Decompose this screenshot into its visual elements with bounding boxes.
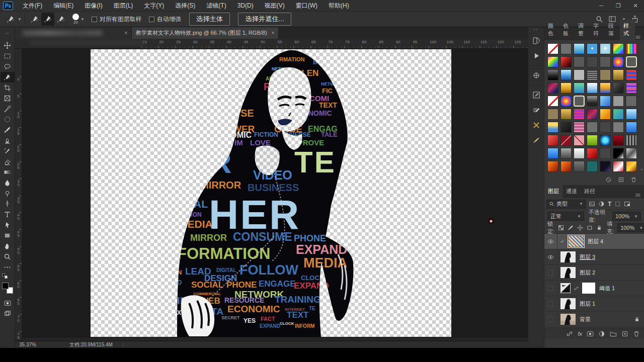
brush-tool[interactable] (1, 125, 15, 135)
style-swatch[interactable] (626, 82, 637, 94)
tool-preset-icon[interactable] (4, 13, 17, 26)
lasso-tool[interactable] (1, 61, 15, 72)
close-button[interactable]: ✕ (627, 0, 644, 12)
style-swatch[interactable] (547, 69, 558, 80)
style-swatch[interactable] (626, 96, 637, 107)
panel-tab-颜色[interactable]: 颜色 (544, 20, 559, 40)
style-swatch[interactable] (574, 96, 585, 107)
healing-tool[interactable] (1, 114, 15, 125)
visibility-toggle-empty[interactable] (544, 281, 557, 296)
lock-artboard-icon[interactable] (587, 225, 593, 231)
style-swatch[interactable] (626, 69, 637, 80)
style-swatch[interactable] (626, 161, 637, 172)
style-swatch[interactable] (574, 135, 585, 146)
layer-row-背景[interactable]: 背景 (544, 312, 644, 327)
eyedropper-tool[interactable] (1, 104, 15, 114)
horizontal-scrollbar[interactable] (22, 337, 528, 341)
hand-tool[interactable] (1, 241, 15, 251)
style-swatch[interactable] (613, 43, 624, 54)
layer-filter-type[interactable]: 类型 ▼ (546, 200, 586, 209)
layer-thumbnail[interactable] (560, 298, 576, 309)
minimize-button[interactable]: ─ (593, 0, 610, 12)
type-tool[interactable] (1, 209, 15, 220)
menu-item[interactable]: 滤镜(T) (201, 0, 231, 12)
menu-item[interactable]: 选择(S) (170, 0, 201, 12)
foreground-background-colors[interactable] (2, 283, 13, 294)
ellipsis-tool[interactable] (1, 262, 15, 273)
screen-mode-button[interactable] (1, 308, 15, 319)
style-swatch[interactable] (587, 148, 598, 159)
quickselect-add-button[interactable] (41, 13, 54, 26)
style-swatch[interactable] (547, 135, 558, 146)
visibility-eye-icon[interactable] (544, 234, 557, 249)
frame-tool[interactable] (1, 93, 15, 104)
delete-layer-icon[interactable] (633, 330, 640, 337)
style-swatch[interactable] (613, 122, 624, 133)
style-swatch[interactable] (587, 69, 598, 80)
shape-tool[interactable] (1, 230, 15, 241)
style-swatch[interactable] (574, 69, 585, 80)
style-swatch[interactable] (587, 122, 598, 133)
styles-panel-menu-icon[interactable] (635, 34, 641, 40)
style-swatch[interactable] (547, 161, 558, 172)
style-swatch[interactable] (613, 82, 624, 94)
photoshop-logo[interactable]: Ps (3, 2, 13, 10)
style-swatch[interactable] (574, 56, 585, 67)
style-swatch[interactable] (626, 148, 637, 159)
lock-all-icon[interactable] (596, 225, 602, 231)
filter-pixel-icon[interactable] (589, 201, 595, 207)
style-swatch[interactable] (547, 82, 558, 94)
menu-item[interactable]: 图像(I) (79, 0, 108, 12)
style-swatch[interactable] (600, 56, 611, 67)
gradient-tool[interactable] (1, 167, 15, 177)
layer-thumbnail[interactable] (560, 267, 576, 278)
style-swatch[interactable] (574, 43, 585, 54)
chevron-down-icon[interactable]: ▼ (80, 17, 85, 22)
crop-tool[interactable] (1, 82, 15, 93)
layer-name[interactable]: 图层 3 (580, 253, 595, 261)
close-icon[interactable]: × (272, 30, 275, 36)
new-style-icon[interactable] (618, 176, 624, 183)
brush-size-picker[interactable]: 20 (72, 14, 79, 25)
style-swatch[interactable] (613, 69, 624, 80)
swap-colors-icon[interactable] (2, 274, 9, 280)
auto-enhance-checkbox[interactable]: 自动增强 (149, 15, 181, 24)
layers-panel-menu-icon[interactable] (635, 192, 641, 198)
panel-tab-路径[interactable]: 路径 (581, 185, 599, 198)
dodge-tool[interactable] (1, 188, 15, 199)
style-swatch[interactable] (560, 161, 572, 172)
blur-tool[interactable] (1, 177, 15, 188)
style-swatch[interactable] (626, 122, 637, 133)
style-swatch[interactable] (560, 56, 572, 67)
select-subject-button[interactable]: 选择主体 (189, 13, 230, 26)
menu-item[interactable]: 文字(Y) (138, 0, 170, 12)
layer-thumbnail[interactable] (560, 314, 576, 325)
delete-style-icon[interactable] (630, 176, 637, 183)
style-swatch[interactable] (547, 56, 558, 67)
panel-tab-字符[interactable]: 字符 (590, 20, 605, 40)
style-swatch[interactable] (547, 148, 558, 159)
panel-tab-色板[interactable]: 色板 (559, 20, 575, 40)
toolbar-collapse-handle[interactable]: ›› (0, 27, 15, 40)
layer-row-阈值 1[interactable]: 阈值 1 (544, 281, 644, 296)
quickselect-subtract-button[interactable] (54, 13, 67, 26)
visibility-eye-icon[interactable] (544, 249, 557, 265)
style-swatch[interactable] (600, 109, 611, 120)
style-swatch[interactable] (626, 109, 637, 120)
sample-all-layers-checkbox[interactable]: 对所有图层取样 (92, 15, 142, 24)
lock-paint-icon[interactable] (568, 225, 574, 231)
checkbox-box[interactable] (92, 17, 97, 22)
style-swatch[interactable] (574, 161, 585, 172)
style-swatch[interactable] (560, 69, 572, 80)
style-swatch[interactable] (587, 161, 598, 172)
layer-row-图层 3[interactable]: 图层 3 (544, 249, 644, 265)
panel-tab-图层[interactable]: 图层 (544, 185, 562, 198)
style-swatch[interactable] (600, 148, 611, 159)
chevron-down-icon[interactable]: ⌄ (639, 166, 643, 171)
quick-mask-button[interactable] (1, 298, 15, 308)
menu-item[interactable]: 窗口(W) (290, 0, 323, 12)
visibility-toggle-empty[interactable] (544, 265, 557, 281)
style-swatch[interactable] (547, 96, 558, 107)
style-swatch[interactable] (600, 82, 611, 94)
quick-select-tool[interactable] (1, 72, 15, 82)
